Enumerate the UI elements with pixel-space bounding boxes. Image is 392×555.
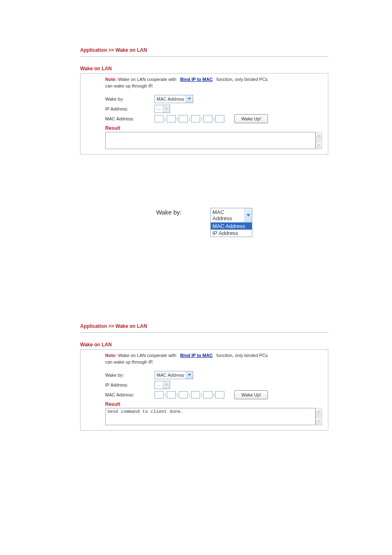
chevron-down-icon	[186, 371, 193, 379]
result-textarea[interactable]: Send command to client done.	[105, 408, 316, 425]
mac-octet-6-input[interactable]	[215, 391, 224, 398]
note-line-1: Note: Wake on LAN cooperate with Bind IP…	[105, 353, 322, 358]
wake-by-option-ip[interactable]: IP Address	[211, 230, 252, 237]
chevron-down-icon	[163, 381, 170, 389]
ip-address-label: IP Address:	[105, 382, 154, 387]
result-textarea[interactable]	[105, 132, 316, 149]
wake-by-selected: MAC Address	[211, 208, 244, 222]
svg-marker-1	[165, 108, 168, 110]
divider	[80, 56, 328, 57]
ip-address-select[interactable]: ---	[154, 105, 170, 113]
scroll-up-icon	[316, 132, 322, 139]
svg-marker-0	[188, 98, 191, 100]
scroll-down-icon	[316, 142, 322, 149]
wake-by-label: Wake by:	[105, 373, 154, 378]
wake-by-value: MAC Address	[155, 373, 186, 378]
wake-on-lan-panel: Note: Wake on LAN cooperate with Bind IP…	[80, 349, 328, 431]
mac-octet-5-input[interactable]	[203, 391, 212, 398]
breadcrumb: Application >> Wake on LAN	[80, 323, 328, 329]
wake-by-label: Wake by:	[105, 97, 154, 101]
bind-ip-to-mac-link[interactable]: Bind IP to MAC	[180, 353, 212, 358]
svg-marker-7	[317, 410, 321, 413]
note-label: Note:	[105, 353, 117, 358]
wake-by-select[interactable]: MAC Address	[154, 95, 193, 103]
svg-marker-2	[317, 134, 321, 137]
mac-address-label: MAC Address:	[105, 116, 154, 121]
chevron-down-icon	[244, 208, 252, 222]
scroll-down-icon	[316, 418, 322, 425]
svg-marker-6	[165, 384, 168, 386]
wake-by-option-mac[interactable]: MAC Address	[211, 223, 252, 230]
svg-marker-8	[317, 420, 321, 423]
note-text-2: function, only binded PCs	[217, 77, 268, 82]
wake-on-lan-panel: Note: Wake on LAN cooperate with Bind IP…	[80, 73, 328, 154]
note-line-2: can wake up through IP.	[105, 83, 322, 88]
mac-octet-4-input[interactable]	[191, 391, 200, 398]
ip-address-select[interactable]: ---	[154, 381, 170, 389]
chevron-down-icon	[163, 105, 170, 113]
mac-octet-5-input[interactable]	[203, 115, 212, 122]
section-title: Wake on LAN	[80, 342, 328, 348]
note-text-1: Wake on LAN cooperate with	[118, 77, 176, 82]
note-label: Note:	[105, 77, 117, 82]
ip-address-value: ---	[155, 106, 163, 111]
mac-octet-4-input[interactable]	[191, 115, 200, 122]
mac-octet-1-input[interactable]	[154, 391, 164, 398]
bind-ip-to-mac-link[interactable]: Bind IP to MAC	[180, 77, 212, 82]
scroll-up-icon	[316, 408, 322, 415]
note-line-2: can wake up through IP.	[105, 359, 322, 364]
result-title: Result	[105, 125, 322, 131]
wake-by-select[interactable]: MAC Address	[154, 371, 193, 379]
mac-octet-3-input[interactable]	[179, 115, 188, 122]
breadcrumb: Application >> Wake on LAN	[80, 47, 328, 53]
note-text-2: function, only binded PCs	[217, 353, 268, 358]
wake-up-button[interactable]: Wake Up!	[234, 390, 268, 399]
wake-by-listbox[interactable]: MAC Address MAC Address IP Address	[210, 208, 252, 237]
divider	[80, 332, 328, 333]
svg-marker-4	[247, 214, 250, 216]
ip-address-label: IP Address:	[105, 106, 154, 111]
wake-by-label: Wake by:	[156, 209, 182, 216]
svg-marker-5	[188, 374, 191, 376]
svg-marker-3	[317, 144, 321, 147]
mac-address-label: MAC Address:	[105, 392, 154, 397]
wake-by-value: MAC Address	[155, 97, 186, 101]
wake-by-dropdown-detail: Wake by: MAC Address MAC Address IP Addr…	[80, 208, 328, 237]
mac-octet-2-input[interactable]	[167, 391, 176, 398]
scrollbar[interactable]	[316, 408, 322, 425]
chevron-down-icon	[186, 95, 193, 103]
ip-address-value: ---	[155, 382, 163, 387]
note-text-1: Wake on LAN cooperate with	[118, 353, 176, 358]
mac-address-inputs: : : : : :	[154, 391, 224, 398]
scrollbar[interactable]	[316, 132, 322, 149]
result-title: Result	[105, 401, 322, 407]
mac-octet-1-input[interactable]	[154, 115, 164, 122]
note-line-1: Note: Wake on LAN cooperate with Bind IP…	[105, 77, 322, 82]
wake-up-button[interactable]: Wake Up!	[234, 114, 268, 123]
mac-octet-3-input[interactable]	[179, 391, 188, 398]
section-title: Wake on LAN	[80, 66, 328, 71]
mac-octet-6-input[interactable]	[215, 115, 224, 122]
mac-address-inputs: : : : : :	[154, 115, 224, 122]
mac-octet-2-input[interactable]	[167, 115, 176, 122]
